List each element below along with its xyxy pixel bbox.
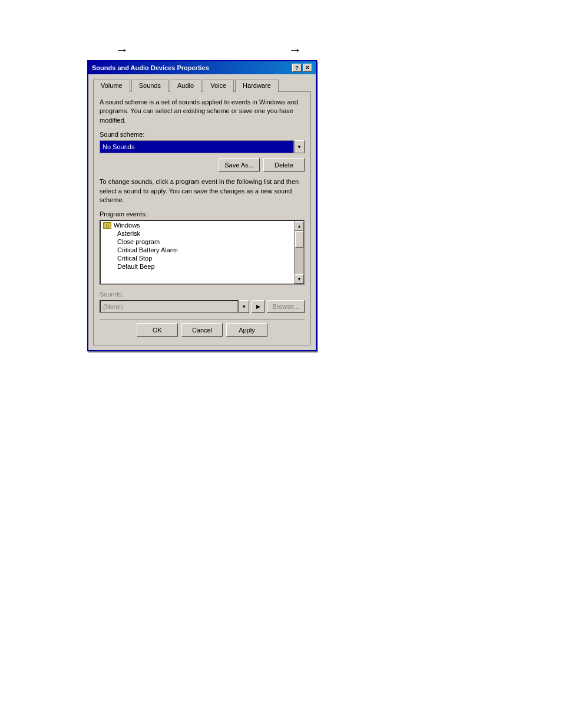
sounds-description: A sound scheme is a set of sounds applie… bbox=[100, 98, 305, 125]
tab-voice[interactable]: Voice bbox=[203, 80, 234, 92]
dialog-window: Sounds and Audio Devices Properties ? ✕ … bbox=[87, 60, 317, 351]
list-item-close-program[interactable]: Close program bbox=[101, 238, 294, 246]
scroll-thumb[interactable] bbox=[295, 231, 303, 248]
sound-scheme-label: Sound scheme: bbox=[100, 131, 305, 138]
program-events-label: Program events: bbox=[100, 210, 305, 218]
dialog-title: Sounds and Audio Devices Properties bbox=[92, 64, 209, 71]
scroll-up-button[interactable]: ▲ bbox=[295, 221, 304, 230]
list-item-critical-battery-label: Critical Battery Alarm bbox=[117, 246, 178, 253]
sound-scheme-dropdown-wrapper[interactable]: No Sounds ▼ bbox=[100, 140, 305, 153]
tab-sounds[interactable]: Sounds bbox=[131, 80, 168, 92]
events-description: To change sounds, click a program event … bbox=[100, 177, 305, 205]
program-events-list[interactable]: □ Windows Asterisk Close program Critica… bbox=[100, 220, 305, 285]
list-item-critical-stop[interactable]: Critical Stop bbox=[101, 254, 294, 262]
sounds-field-label: Sounds: bbox=[100, 291, 305, 298]
dialog-bottom-buttons: OK Cancel Apply bbox=[100, 319, 305, 339]
cancel-button[interactable]: Cancel bbox=[181, 323, 223, 337]
title-bar: Sounds and Audio Devices Properties ? ✕ bbox=[88, 61, 316, 74]
ok-button[interactable]: OK bbox=[137, 323, 178, 337]
tab-bar: Volume Sounds Audio Voice Hardware bbox=[93, 79, 311, 92]
list-item-close-program-label: Close program bbox=[117, 238, 160, 245]
sounds-dropdown-group: (None) ▼ bbox=[100, 300, 249, 313]
help-button[interactable]: ? bbox=[292, 64, 302, 72]
scroll-down-button[interactable]: ▼ bbox=[295, 274, 304, 284]
save-as-button[interactable]: Save As... bbox=[219, 158, 260, 172]
list-item-default-beep-label: Default Beep bbox=[117, 263, 155, 270]
arrow-left-icon: → bbox=[115, 42, 128, 58]
list-item-asterisk-label: Asterisk bbox=[117, 230, 140, 237]
sound-scheme-dropdown-arrow[interactable]: ▼ bbox=[294, 140, 305, 153]
sound-scheme-display[interactable]: No Sounds bbox=[100, 140, 294, 153]
list-item-asterisk[interactable]: Asterisk bbox=[101, 229, 294, 238]
tab-content-sounds: A sound scheme is a set of sounds applie… bbox=[93, 92, 311, 345]
events-list-area: □ Windows Asterisk Close program Critica… bbox=[101, 221, 294, 284]
tab-volume[interactable]: Volume bbox=[93, 80, 130, 92]
sounds-value-display[interactable]: (None) bbox=[100, 300, 239, 313]
close-button[interactable]: ✕ bbox=[303, 64, 312, 72]
list-item-default-beep[interactable]: Default Beep bbox=[101, 262, 294, 271]
sounds-dropdown-arrow[interactable]: ▼ bbox=[239, 300, 249, 313]
list-item-windows-label: Windows bbox=[114, 222, 140, 229]
arrow-right-icon: → bbox=[289, 42, 302, 58]
list-item-windows[interactable]: □ Windows bbox=[101, 221, 294, 229]
delete-button[interactable]: Delete bbox=[263, 158, 305, 172]
tab-audio[interactable]: Audio bbox=[170, 80, 201, 92]
scroll-track bbox=[295, 230, 303, 274]
title-bar-buttons: ? ✕ bbox=[292, 64, 312, 72]
play-button[interactable]: ▶ bbox=[252, 300, 265, 313]
list-scrollbar[interactable]: ▲ ▼ bbox=[294, 221, 303, 284]
browse-button[interactable]: Browse... bbox=[267, 300, 305, 313]
tab-hardware[interactable]: Hardware bbox=[235, 80, 279, 92]
sound-scheme-row: No Sounds ▼ bbox=[100, 140, 305, 153]
apply-button[interactable]: Apply bbox=[226, 323, 267, 337]
list-item-critical-battery[interactable]: Critical Battery Alarm bbox=[101, 246, 294, 254]
sounds-input-row: (None) ▼ ▶ Browse... bbox=[100, 300, 305, 313]
folder-icon: □ bbox=[103, 222, 111, 229]
list-item-critical-stop-label: Critical Stop bbox=[117, 255, 152, 262]
scheme-button-row: Save As... Delete bbox=[100, 158, 305, 172]
